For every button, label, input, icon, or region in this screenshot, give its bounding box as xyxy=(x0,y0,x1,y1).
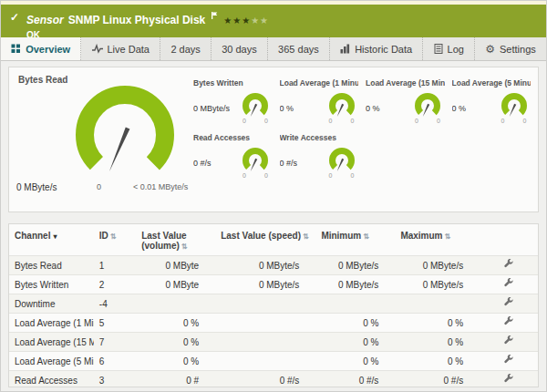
edit-channel-icon[interactable] xyxy=(503,355,514,367)
tab-label: 2 days xyxy=(170,44,200,55)
log-icon xyxy=(434,44,443,54)
gauges-panel: Bytes Read 0 MByte/s 0 < 0.01 MByte/s By… xyxy=(8,67,539,212)
last-value-speed: 0 MByte/s xyxy=(215,256,315,275)
gauge-value: 0 #/s xyxy=(193,159,232,168)
gauge-value: 0 % xyxy=(280,104,318,113)
gauge-scale-min: 0 xyxy=(243,172,246,179)
edit-channel-icon[interactable] xyxy=(503,278,514,291)
bytes-read-gauge xyxy=(57,82,193,182)
minimum-value: 0 % xyxy=(315,352,395,371)
channel-id: 2 xyxy=(94,275,136,294)
main-gauge-scale-max: < 0.01 MByte/s xyxy=(133,182,188,191)
sensor-header: ✓ SensorSNMP Linux Physical Disk★★★★★ OK xyxy=(1,5,546,37)
table-row: Load Average (1 Min... 5 0 % 0 % 0 % xyxy=(9,314,538,333)
channel-filter-caret-icon[interactable]: ▾ xyxy=(53,232,57,241)
maximum-value: 0 #/s xyxy=(395,371,480,388)
channel-name: Bytes Written xyxy=(9,275,94,294)
maximum-value: 0 MByte/s xyxy=(395,275,480,294)
minimum-value: 0 % xyxy=(315,314,395,333)
tab-log[interactable]: Log xyxy=(423,37,475,60)
sort-icon[interactable]: ⇅ xyxy=(110,232,117,241)
minimum-value xyxy=(315,294,395,314)
column-header-last-value-volume[interactable]: Last Value (volume)⇅ xyxy=(136,224,215,256)
edit-channel-icon[interactable] xyxy=(503,335,514,348)
channel-name: Load Average (15 Mi... xyxy=(9,333,94,352)
priority-stars-filled: ★★★ xyxy=(223,15,251,26)
last-value-speed: 0 #/s xyxy=(215,371,315,388)
sort-icon[interactable]: ⇅ xyxy=(303,232,309,241)
edit-channel-icon[interactable] xyxy=(503,259,514,272)
last-value-volume: 0 MByte xyxy=(136,275,215,294)
tab-label: Historic Data xyxy=(355,44,412,55)
main-gauge-current-value: 0 MByte/s xyxy=(16,182,57,192)
small-gauge-dial xyxy=(235,92,273,119)
channel-name: Load Average (5 Min... xyxy=(9,352,94,371)
channel-id: 6 xyxy=(94,352,136,371)
gauge-label: Bytes Written xyxy=(193,78,273,88)
maximum-value: 0 % xyxy=(395,352,480,371)
last-value-volume: 0 % xyxy=(136,314,215,333)
column-header-minimum[interactable]: Minimum⇅ xyxy=(315,224,395,256)
tab-365-days[interactable]: 365 days xyxy=(268,37,330,60)
gauge-scale-min: 0 xyxy=(501,118,505,124)
gauge-needle xyxy=(109,128,130,172)
small-gauges-grid: Bytes Written 0 MByte/s 00 Load Average … xyxy=(193,78,531,179)
sort-icon[interactable]: ⇅ xyxy=(445,232,451,241)
tab-historic-data[interactable]: Historic Data xyxy=(330,37,423,60)
tab-label: 365 days xyxy=(278,44,319,55)
last-value-volume: 0 % xyxy=(136,333,215,352)
small-gauge-dial xyxy=(235,147,273,174)
table-row: Bytes Written 2 0 MByte 0 MByte/s 0 MByt… xyxy=(9,275,538,294)
tab-settings[interactable]: ⚙ Settings xyxy=(475,37,546,60)
channels-table: Channel▾ ID⇅ Last Value (volume)⇅ Last V… xyxy=(9,224,538,387)
main-gauge-bytes-read: Bytes Read 0 MByte/s 0 < 0.01 MByte/s xyxy=(9,67,201,211)
table-row: Bytes Read 1 0 MByte 0 MByte/s 0 MByte/s… xyxy=(9,256,538,275)
gauge-label: Read Accesses xyxy=(193,133,273,142)
channel-name: Load Average (1 Min... xyxy=(9,314,94,333)
overview-icon xyxy=(11,44,21,54)
gauge-write-accesses: Write Accesses 0 #/s 00 xyxy=(280,133,359,179)
column-header-last-value-speed[interactable]: Last Value (speed)⇅ xyxy=(215,224,315,256)
gauge-load-average-15min: Load Average (15 Minutes) 0 % 00 xyxy=(366,78,445,124)
gauge-label: Write Accesses xyxy=(280,133,359,142)
column-header-maximum[interactable]: Maximum⇅ xyxy=(395,224,480,256)
channels-table-panel: Channel▾ ID⇅ Last Value (volume)⇅ Last V… xyxy=(8,223,539,387)
sensor-flag-icon[interactable] xyxy=(211,9,218,22)
maximum-value: 0 MByte/s xyxy=(395,256,480,275)
tab-live-data[interactable]: Live Data xyxy=(81,37,160,60)
sort-icon[interactable]: ⇅ xyxy=(181,242,188,251)
last-value-volume: 0 % xyxy=(136,352,215,371)
gauge-value: 0 #/s xyxy=(280,159,318,168)
tab-2-days[interactable]: 2 days xyxy=(160,37,212,60)
column-header-id[interactable]: ID⇅ xyxy=(94,224,136,256)
maximum-value xyxy=(395,294,480,314)
edit-channel-icon[interactable] xyxy=(503,316,514,329)
table-row: Load Average (5 Min... 6 0 % 0 % 0 % xyxy=(9,352,538,371)
priority-stars[interactable]: ★★★★★ xyxy=(223,15,269,26)
last-value-speed xyxy=(215,333,315,352)
edit-channel-icon[interactable] xyxy=(503,374,514,387)
historic-data-icon xyxy=(340,44,350,54)
last-value-speed xyxy=(215,352,315,371)
sensor-title-block: SensorSNMP Linux Physical Disk★★★★★ OK xyxy=(26,9,269,40)
minimum-value: 0 #/s xyxy=(315,371,395,388)
channel-name: Downtime xyxy=(9,294,94,314)
object-kind-label: Sensor xyxy=(26,14,64,26)
gauge-scale-max: 0 xyxy=(437,118,440,124)
gauge-load-average-1min: Load Average (1 Minute) 0 % 00 xyxy=(280,78,359,124)
sort-icon[interactable]: ⇅ xyxy=(363,232,369,241)
channel-id: 5 xyxy=(94,314,136,333)
tab-overview[interactable]: Overview xyxy=(1,37,81,60)
gauge-value: 0 % xyxy=(366,104,404,113)
gauge-scale-min: 0 xyxy=(243,118,246,124)
table-row: Downtime -4 xyxy=(9,294,538,314)
gauge-scale-min: 0 xyxy=(329,172,333,179)
edit-channel-icon[interactable] xyxy=(503,297,514,310)
small-gauge-dial xyxy=(322,147,359,174)
channel-id: 3 xyxy=(94,371,136,388)
column-header-channel[interactable]: Channel▾ xyxy=(9,224,94,256)
tab-30-days[interactable]: 30 days xyxy=(212,37,268,60)
tab-label: Overview xyxy=(26,44,70,55)
table-row: Read Accesses 3 0 # 0 #/s 0 #/s 0 #/s xyxy=(9,371,538,388)
column-header-edit xyxy=(480,224,538,256)
